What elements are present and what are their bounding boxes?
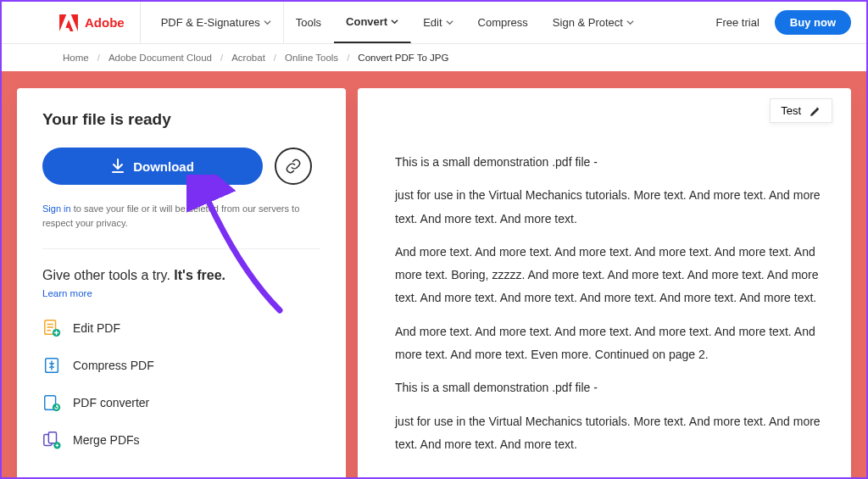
doc-paragraph: This is a small demonstration .pdf file … — [395, 376, 829, 399]
svg-point-4 — [53, 404, 60, 411]
doc-paragraph: just for use in the Virtual Mechanics tu… — [395, 410, 829, 457]
crumb-online-tools[interactable]: Online Tools — [285, 53, 338, 63]
brand[interactable]: Adobe — [59, 2, 141, 43]
doc-paragraph: This is a small demonstration .pdf file … — [395, 151, 829, 174]
nav-compress[interactable]: Compress — [466, 2, 541, 43]
chevron-down-icon — [626, 19, 634, 26]
merge-pdfs-icon — [42, 431, 61, 449]
crumb-home[interactable]: Home — [63, 53, 89, 63]
try-other-title: Give other tools a try. It's free. — [42, 268, 320, 283]
svg-rect-6 — [48, 432, 56, 443]
pencil-icon — [810, 105, 821, 117]
nav-edit[interactable]: Edit — [411, 2, 465, 43]
doc-paragraph: just for use in the Virtual Mechanics tu… — [395, 184, 829, 231]
doc-paragraph: And more text. And more text. And more t… — [395, 320, 829, 367]
ready-heading: Your file is ready — [42, 110, 320, 129]
nav-tools[interactable]: Tools — [284, 2, 334, 43]
chevron-down-icon — [264, 19, 271, 26]
chevron-down-icon — [391, 18, 398, 25]
svg-rect-2 — [46, 359, 58, 373]
topnav: Adobe PDF & E-Signatures Tools Convert E… — [2, 2, 866, 44]
buy-now-button[interactable]: Buy now — [775, 10, 851, 35]
sign-in-link[interactable]: Sign in — [42, 203, 71, 214]
stage: Your file is ready Download Sign in to s… — [2, 71, 866, 479]
preview-panel: Test This is a small demonstration .pdf … — [358, 88, 851, 479]
adobe-logo-icon — [59, 14, 78, 31]
compress-pdf-icon — [42, 356, 61, 375]
crumb-acrobat[interactable]: Acrobat — [231, 53, 265, 63]
download-button[interactable]: Download — [42, 148, 263, 185]
breadcrumb: Home/ Adobe Document Cloud/ Acrobat/ Onl… — [2, 44, 866, 71]
result-panel: Your file is ready Download Sign in to s… — [17, 88, 346, 479]
file-name: Test — [781, 104, 801, 117]
chevron-down-icon — [446, 19, 453, 26]
doc-paragraph: And more text. And more text. And more t… — [395, 241, 829, 310]
nav-pdf-esign[interactable]: PDF & E-Signatures — [149, 2, 284, 43]
share-link-button[interactable] — [275, 148, 312, 185]
link-icon — [285, 158, 302, 175]
edit-pdf-icon — [42, 319, 61, 337]
document-preview: This is a small demonstration .pdf file … — [395, 151, 829, 456]
crumb-current: Convert PDF To JPG — [358, 53, 448, 63]
download-icon — [111, 159, 125, 174]
tool-merge-pdfs[interactable]: Merge PDFs — [42, 431, 320, 449]
tool-pdf-converter[interactable]: PDF converter — [42, 393, 320, 412]
nav-free-trial[interactable]: Free trial — [701, 16, 775, 29]
tool-edit-pdf[interactable]: Edit PDF — [42, 319, 320, 337]
divider — [42, 248, 320, 249]
tool-compress-pdf[interactable]: Compress PDF — [42, 356, 320, 375]
learn-more-link[interactable]: Learn more — [42, 288, 92, 298]
pdf-converter-icon — [42, 393, 61, 412]
nav-convert[interactable]: Convert — [334, 2, 411, 43]
signin-note: Sign in to save your file or it will be … — [42, 202, 320, 230]
brand-name: Adobe — [85, 15, 125, 30]
crumb-doc-cloud[interactable]: Adobe Document Cloud — [108, 53, 212, 63]
file-name-chip[interactable]: Test — [770, 98, 832, 123]
nav-sign-protect[interactable]: Sign & Protect — [541, 2, 647, 43]
